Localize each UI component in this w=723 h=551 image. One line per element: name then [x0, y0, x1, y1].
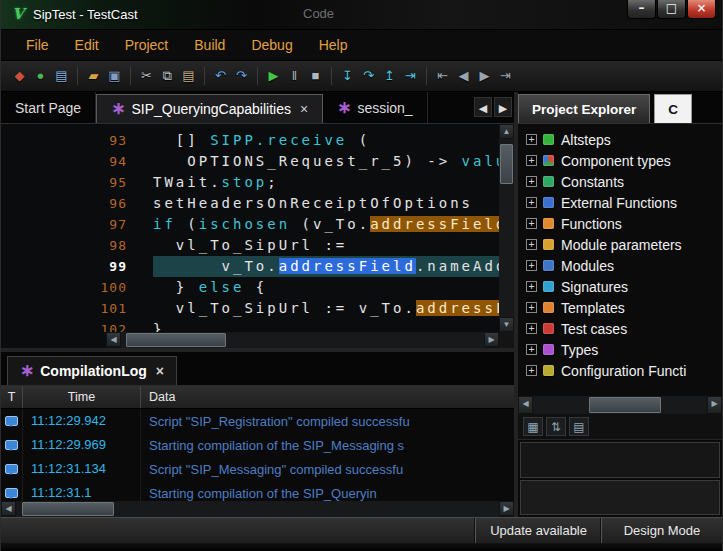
stop-icon[interactable]: ■ [305, 66, 326, 86]
design-mode-indicator[interactable]: Design Mode [602, 518, 722, 543]
tree-item-functions[interactable]: +Functions [518, 213, 722, 234]
log-column-data[interactable]: Data [141, 386, 514, 408]
minimize-button[interactable]: – [627, 0, 656, 19]
expand-plus-icon[interactable]: + [526, 365, 537, 376]
undo-icon[interactable]: ↶ [210, 66, 231, 86]
tree-item-component-types[interactable]: +Component types [518, 150, 722, 171]
menu-file[interactable]: File [13, 32, 62, 58]
new-module-icon[interactable]: ● [30, 66, 51, 86]
update-available-button[interactable]: Update available [476, 518, 601, 543]
expand-plus-icon[interactable]: + [526, 134, 537, 145]
details-icon[interactable]: ▤ [569, 417, 589, 436]
tab-start-page[interactable]: Start Page [1, 92, 96, 123]
prev-record-icon[interactable]: ◀ [453, 66, 474, 86]
scrollbar-thumb[interactable] [500, 144, 513, 184]
log-row-0[interactable]: 11:12:29.942Script "SIP_Registration" co… [1, 409, 514, 433]
scrollbar-thumb[interactable] [589, 397, 661, 413]
scroll-down-icon[interactable]: ▼ [499, 317, 514, 332]
run-icon[interactable]: ▶ [263, 66, 284, 86]
first-record-icon[interactable]: ⇤ [432, 66, 453, 86]
scroll-left-icon[interactable]: ◀ [518, 396, 533, 414]
tree-item-signatures[interactable]: +Signatures [518, 276, 722, 297]
last-record-icon[interactable]: ⇥ [495, 66, 516, 86]
log-row-1[interactable]: 11:12:29.969Starting compilation of the … [1, 433, 514, 457]
log-column-time[interactable]: Time [23, 386, 141, 408]
scroll-up-icon[interactable]: ▲ [499, 124, 514, 139]
tree-item-external-functions[interactable]: +External Functions [518, 192, 722, 213]
expand-plus-icon[interactable]: + [526, 302, 537, 313]
log-row-2[interactable]: 11:12:31.134Script "SIP_Messaging" compi… [1, 457, 514, 481]
tab-close-icon[interactable]: × [300, 101, 308, 117]
log-horizontal-scrollbar[interactable]: ◀ ▶ [1, 501, 514, 517]
code-line-100[interactable]: 100 } else { [1, 277, 499, 298]
scrollbar-track[interactable] [16, 501, 499, 517]
new-test-icon[interactable]: ◆ [9, 66, 30, 86]
expand-plus-icon[interactable]: + [526, 155, 537, 166]
open-icon[interactable]: ▰ [83, 66, 104, 86]
tree-horizontal-scrollbar[interactable]: ◀ ▶ [518, 396, 722, 414]
expand-plus-icon[interactable]: + [526, 323, 537, 334]
expand-plus-icon[interactable]: + [526, 197, 537, 208]
step-out-icon[interactable]: ↥ [379, 66, 400, 86]
log-tab-close-icon[interactable]: × [156, 363, 164, 379]
log-column-type[interactable]: T [1, 386, 23, 408]
editor-vertical-scrollbar[interactable]: ▲ ▼ [499, 124, 514, 332]
code-line-101[interactable]: 101 vl_To_SipUrl := v_To.addressF [1, 298, 499, 319]
paste-icon[interactable]: ▤ [178, 66, 199, 86]
new-file-icon[interactable]: ▤ [51, 66, 72, 86]
scroll-left-icon[interactable]: ◀ [106, 332, 121, 347]
tab-project-explorer[interactable]: Project Explorer [518, 94, 650, 123]
run-to-cursor-icon[interactable]: ⇥ [400, 66, 421, 86]
scroll-right-icon[interactable]: ▶ [484, 332, 499, 347]
expand-plus-icon[interactable]: + [526, 239, 537, 250]
code-line-93[interactable]: 93 [] SIPP.receive ( [1, 130, 499, 151]
maximize-button[interactable]: □ [657, 0, 686, 19]
code-line-96[interactable]: 96setHeadersOnReceiptOfOptions [1, 193, 499, 214]
menu-build[interactable]: Build [181, 32, 238, 58]
tab-compilationlog[interactable]: ∗ CompilationLog × [7, 356, 177, 385]
menu-help[interactable]: Help [306, 32, 361, 58]
menu-project[interactable]: Project [112, 32, 182, 58]
scrollbar-thumb[interactable] [126, 333, 226, 347]
code-line-97[interactable]: 97if (ischosen (v_To.addressField [1, 214, 499, 235]
tree-item-modules[interactable]: +Modules [518, 255, 722, 276]
tab-scroll-right-icon[interactable]: ▶ [494, 97, 512, 117]
group-icon[interactable]: ▦ [523, 417, 543, 436]
tree-item-templates[interactable]: +Templates [518, 297, 722, 318]
expand-plus-icon[interactable]: + [526, 176, 537, 187]
menu-edit[interactable]: Edit [62, 32, 112, 58]
redo-icon[interactable]: ↷ [231, 66, 252, 86]
copy-icon[interactable]: ⧉ [157, 66, 178, 86]
editor-horizontal-scrollbar[interactable]: ◀ ▶ [106, 332, 499, 348]
scrollbar-thumb[interactable] [22, 502, 114, 516]
tree-item-module-parameters[interactable]: +Module parameters [518, 234, 722, 255]
tree-item-configuration-functi[interactable]: +Configuration Functi [518, 360, 722, 381]
expand-plus-icon[interactable]: + [526, 344, 537, 355]
tree-item-types[interactable]: +Types [518, 339, 722, 360]
sort-icon[interactable]: ⇅ [546, 417, 566, 436]
step-over-icon[interactable]: ↷ [358, 66, 379, 86]
menu-debug[interactable]: Debug [238, 32, 305, 58]
expand-plus-icon[interactable]: + [526, 218, 537, 229]
scrollbar-track[interactable] [121, 332, 484, 348]
scroll-left-icon[interactable]: ◀ [1, 501, 16, 516]
tree-item-test-cases[interactable]: +Test cases [518, 318, 722, 339]
tab-scroll-left-icon[interactable]: ◀ [474, 97, 492, 117]
close-button[interactable]: × [687, 0, 716, 19]
scroll-right-icon[interactable]: ▶ [707, 396, 722, 414]
expand-plus-icon[interactable]: + [526, 281, 537, 292]
code-editor[interactable]: 93 [] SIPP.receive (94 OPTIONS_Request_r… [1, 124, 514, 348]
cut-icon[interactable]: ✂ [136, 66, 157, 86]
scrollbar-track[interactable] [533, 396, 707, 414]
tab-session[interactable]: ∗session_ [323, 92, 428, 123]
next-record-icon[interactable]: ▶ [474, 66, 495, 86]
scrollbar-track[interactable] [499, 139, 514, 317]
code-line-102[interactable]: 102} [1, 319, 499, 332]
tree-item-constants[interactable]: +Constants [518, 171, 722, 192]
step-into-icon[interactable]: ↧ [337, 66, 358, 86]
expand-plus-icon[interactable]: + [526, 260, 537, 271]
save-icon[interactable]: ▣ [104, 66, 125, 86]
scroll-right-icon[interactable]: ▶ [499, 501, 514, 516]
code-line-99[interactable]: 99 v_To.addressField.nameAddr [1, 256, 499, 277]
code-line-95[interactable]: 95TWait.stop; [1, 172, 499, 193]
